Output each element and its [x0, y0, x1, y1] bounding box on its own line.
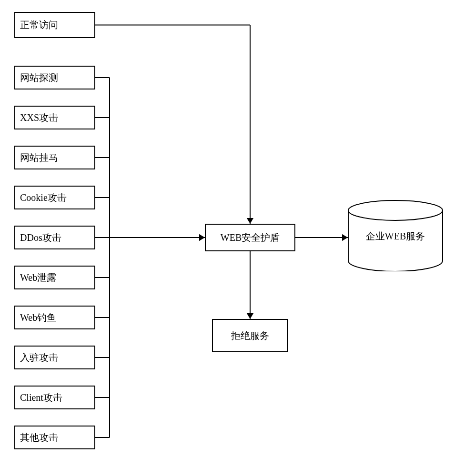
attack-label: DDos攻击 — [20, 231, 61, 244]
attack-label: 其他攻击 — [20, 431, 58, 444]
attack-label: 入驻攻击 — [20, 351, 58, 364]
deny-service-box: 拒绝服务 — [212, 319, 288, 352]
web-shield-box: WEB安全护盾 — [205, 224, 295, 251]
attack-label: 网站挂马 — [20, 151, 58, 164]
attack-box: DDos攻击 — [14, 226, 95, 249]
attack-label: Web泄露 — [20, 271, 56, 284]
svg-marker-18 — [247, 313, 253, 319]
deny-service-label: 拒绝服务 — [231, 329, 269, 342]
attack-box: Client攻击 — [14, 386, 95, 409]
diagram-canvas: 正常访问网站探测XXS攻击网站挂马Cookie攻击DDos攻击Web泄露Web钓… — [0, 0, 464, 476]
attack-box: 其他攻击 — [14, 426, 95, 449]
attack-label: XXS攻击 — [20, 111, 58, 124]
enterprise-web-db-label: 企业WEB服务 — [348, 230, 443, 243]
svg-point-0 — [348, 200, 443, 220]
normal-access-box: 正常访问 — [14, 12, 95, 38]
attack-label: Cookie攻击 — [20, 191, 67, 204]
attack-label: 网站探测 — [20, 71, 58, 84]
attack-label: Web钓鱼 — [20, 311, 56, 324]
svg-marker-16 — [199, 234, 205, 241]
attack-label: Client攻击 — [20, 391, 62, 404]
enterprise-web-db: 企业WEB服务 — [348, 200, 443, 271]
attack-box: Web钓鱼 — [14, 306, 95, 329]
attack-box: Cookie攻击 — [14, 186, 95, 209]
attack-box: Web泄露 — [14, 266, 95, 289]
svg-marker-20 — [342, 234, 348, 241]
normal-access-label: 正常访问 — [20, 19, 58, 31]
web-shield-label: WEB安全护盾 — [221, 231, 280, 244]
attack-box: 网站挂马 — [14, 146, 95, 169]
attack-box: 网站探测 — [14, 66, 95, 89]
svg-marker-3 — [247, 218, 253, 224]
attack-box: 入驻攻击 — [14, 346, 95, 369]
attack-box: XXS攻击 — [14, 106, 95, 129]
